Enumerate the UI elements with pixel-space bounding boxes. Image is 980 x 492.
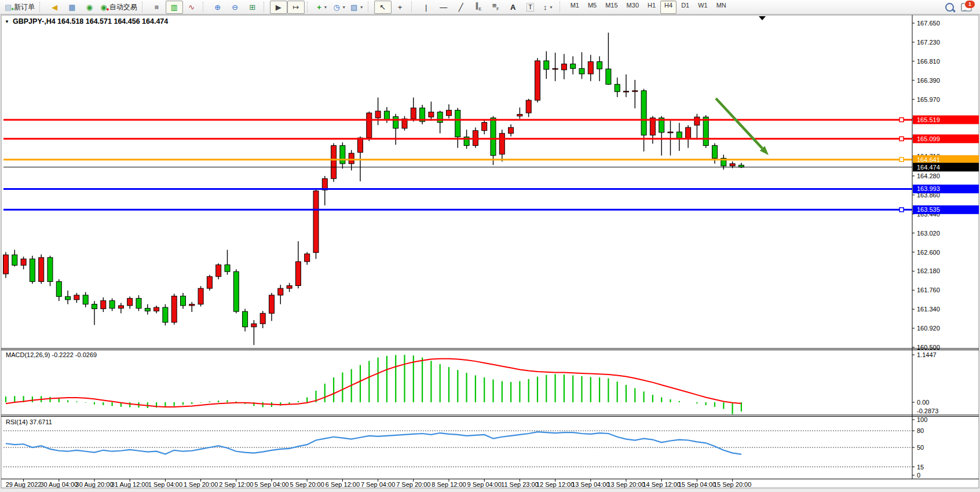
crosshair-button[interactable]: +: [392, 1, 409, 14]
chat-icon[interactable]: 1: [961, 3, 972, 12]
vline-icon: |: [425, 3, 427, 11]
date-label: 15 Sep 20:00: [714, 481, 751, 488]
price-tick-label: 162.600: [917, 249, 940, 256]
candle-body: [243, 311, 248, 327]
zoom-out-button[interactable]: ⊖: [226, 1, 244, 14]
candle-body: [571, 64, 576, 68]
channel-button[interactable]: ∥E: [470, 1, 487, 14]
chart-shift-button[interactable]: ↦: [287, 1, 305, 14]
badge-label: 163.535: [917, 206, 940, 213]
chart-area[interactable]: 167.650167.230166.810166.390165.970165.5…: [0, 0, 980, 492]
chevron-down-icon[interactable]: ▾: [343, 5, 345, 10]
main-toolbar: ▤+新订单◀▦◉◉●自动交易≡▥∿⊕⊖⊞▶↦+▾◷▾▧▾↖+|—╱∥E≡FAT↕…: [0, 0, 980, 14]
label-button[interactable]: T: [522, 1, 539, 14]
pivot-line-handle[interactable]: [899, 157, 904, 161]
text-button[interactable]: A: [504, 1, 522, 14]
zoom-in-button[interactable]: ⊕: [209, 1, 226, 14]
timeframe-m15-button[interactable]: M15: [601, 1, 621, 14]
chevron-down-icon[interactable]: ▾: [550, 5, 552, 10]
indicators-icon: +: [317, 3, 321, 11]
candle-chart-button[interactable]: ▥: [166, 1, 183, 14]
candle-body: [12, 255, 17, 265]
alerts-button[interactable]: ◀: [46, 1, 63, 14]
candle-body: [74, 295, 79, 300]
horizontal-line-button[interactable]: —: [435, 1, 452, 14]
vertical-line-button[interactable]: |: [418, 1, 435, 14]
badge-label: 164.474: [917, 164, 940, 171]
candle-body: [287, 285, 292, 288]
support-line-2-badge: 163.535: [913, 205, 979, 214]
date-label: 7 Sep 20:00: [396, 481, 430, 488]
cursor-button[interactable]: ↖: [374, 1, 392, 14]
date-label: 8 Sep 12:00: [432, 481, 466, 488]
candle-body: [375, 111, 381, 118]
candle-body: [136, 298, 141, 308]
price-tick-label: 161.760: [917, 287, 940, 293]
tile-windows-button[interactable]: ⊞: [244, 1, 261, 14]
date-label: 14 Sep 12:00: [642, 481, 680, 488]
macd-axis-min: -0.2873: [917, 407, 938, 414]
timeframe-w1-button[interactable]: W1: [694, 1, 712, 14]
periods-button[interactable]: ◷▾: [331, 1, 348, 14]
chart-title: ▼GBPJPY-,H4 164.518 164.571 164.456 164.…: [5, 17, 168, 25]
candle-body: [331, 145, 337, 178]
fibonacci-button[interactable]: ≡F: [487, 1, 504, 14]
text-icon: A: [510, 3, 515, 11]
candle-body: [499, 133, 504, 154]
zoom-in-icon: ⊕: [214, 3, 221, 11]
date-label: 31 Aug 12:00: [111, 481, 149, 488]
chevron-down-icon[interactable]: ▾: [324, 5, 327, 10]
pivot-line-badge: 164.641: [913, 155, 979, 164]
chevron-down-icon[interactable]: ▾: [360, 5, 363, 10]
timeframe-m5-button[interactable]: M5: [584, 1, 601, 14]
timeframe-h1-button[interactable]: H1: [643, 1, 660, 14]
resistance-line-1-handle[interactable]: [899, 118, 904, 122]
candle-body: [579, 68, 584, 74]
candle-body: [517, 114, 522, 116]
doc-plus-icon: ▤+: [5, 3, 12, 11]
fibonacci-icon: ≡F: [492, 2, 499, 13]
candle-body: [677, 132, 682, 139]
candle-body: [384, 111, 389, 120]
candle-body: [535, 61, 540, 100]
candle-body: [92, 304, 97, 309]
auto-scroll-button[interactable]: ▶: [270, 1, 287, 14]
candle-body: [447, 110, 452, 115]
indicators-button[interactable]: +▾: [313, 1, 331, 14]
candle-body: [455, 110, 460, 137]
autotrading-overlay-icon: ●: [106, 6, 109, 13]
crosshair-icon: +: [398, 3, 403, 11]
search-icon[interactable]: [945, 3, 954, 12]
date-label: 13 Sep 20:00: [607, 481, 645, 488]
line-chart-button[interactable]: ∿: [183, 1, 200, 14]
candle-body: [127, 298, 133, 306]
candle-body: [198, 288, 203, 304]
timeframe-d1-button[interactable]: D1: [677, 1, 693, 14]
current-price-line-badge: 164.474: [913, 163, 979, 171]
cursor-icon: ↖: [379, 3, 386, 11]
resistance-line-2-handle[interactable]: [899, 137, 904, 141]
signals-button[interactable]: ◉: [81, 1, 98, 14]
tile-icon: ⊞: [249, 3, 255, 11]
new-order-button[interactable]: ▤+新订单: [2, 1, 37, 14]
candle-body: [686, 127, 691, 139]
notification-badge: 1: [964, 0, 975, 9]
news-button[interactable]: ▦: [63, 1, 81, 14]
candle-body: [118, 306, 123, 309]
bar-chart-button[interactable]: ≡: [148, 1, 166, 14]
arrows-button[interactable]: ↕▾: [539, 1, 557, 14]
new-order-button-label: 新订单: [14, 2, 35, 12]
signals-icon: ◉: [86, 3, 93, 11]
candle-body: [30, 259, 35, 281]
trendline-button[interactable]: ╱: [452, 1, 470, 14]
timeframe-m30-button[interactable]: M30: [623, 1, 643, 14]
autotrading-button[interactable]: ◉●自动交易: [98, 1, 139, 14]
templates-button[interactable]: ▧▾: [348, 1, 365, 14]
support-line-2-handle[interactable]: [899, 208, 904, 212]
timeframe-h4-button[interactable]: H4: [660, 1, 677, 14]
candle-body: [482, 123, 487, 131]
timeframe-m1-button[interactable]: M1: [566, 1, 583, 14]
candle-body: [491, 118, 496, 156]
timeframe-mn-button[interactable]: MN: [712, 1, 730, 14]
candle-body: [509, 127, 514, 133]
